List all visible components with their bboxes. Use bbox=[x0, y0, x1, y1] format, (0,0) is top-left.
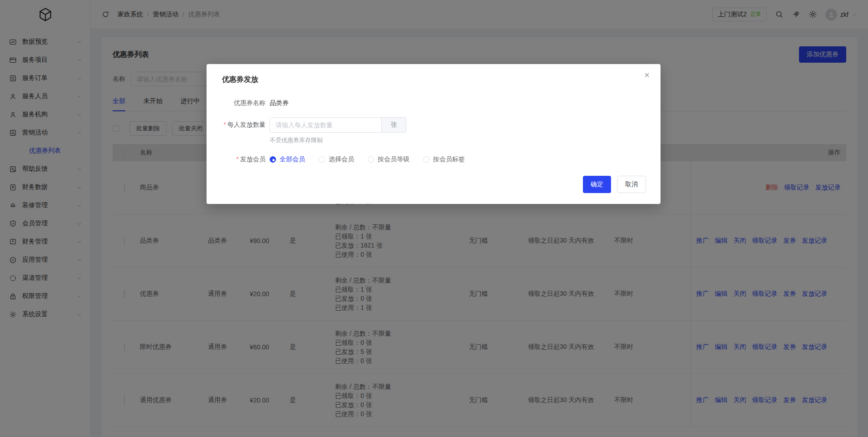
radio-label: 全部会员 bbox=[280, 155, 305, 164]
radio-label: 选择会员 bbox=[329, 155, 354, 164]
radio-all-members[interactable]: 全部会员 bbox=[270, 155, 305, 164]
dialog-title: 优惠券发放 bbox=[207, 64, 661, 84]
qty-help-text: 不受优惠券库存限制 bbox=[270, 136, 661, 144]
radio-select-members[interactable]: 选择会员 bbox=[319, 155, 354, 164]
radio-dot bbox=[270, 156, 276, 163]
radio-dot bbox=[423, 156, 429, 163]
qty-input-group: 张 bbox=[270, 117, 406, 133]
member-radio-group: 全部会员 选择会员 按会员等级 按会员标签 bbox=[270, 155, 465, 164]
radio-label: 按会员标签 bbox=[433, 155, 465, 164]
radio-by-member-tag[interactable]: 按会员标签 bbox=[423, 155, 465, 164]
member-row: *发放会员 全部会员 选择会员 按会员等级 按会员标签 bbox=[207, 155, 661, 164]
cancel-button[interactable]: 取消 bbox=[617, 176, 646, 193]
coupon-name-row: 优惠券名称 品类券 bbox=[207, 99, 661, 107]
required-asterisk: * bbox=[224, 121, 226, 128]
qty-label: *每人发放数量 bbox=[217, 121, 266, 129]
coupon-name-label: 优惠券名称 bbox=[217, 99, 266, 107]
close-icon[interactable]: × bbox=[641, 70, 652, 81]
coupon-issue-dialog: 优惠券发放 × 优惠券名称 品类券 *每人发放数量 张 不受优惠券库存限制 *发… bbox=[207, 64, 661, 204]
qty-unit-addon: 张 bbox=[381, 118, 406, 132]
dialog-footer: 确定 取消 bbox=[583, 176, 646, 193]
member-label: *发放会员 bbox=[217, 155, 266, 164]
required-asterisk: * bbox=[237, 155, 239, 163]
confirm-button[interactable]: 确定 bbox=[583, 176, 611, 193]
radio-dot bbox=[368, 156, 374, 163]
radio-label: 按会员等级 bbox=[378, 155, 409, 164]
qty-row: *每人发放数量 张 bbox=[207, 117, 661, 133]
radio-dot bbox=[319, 156, 325, 163]
coupon-name-value: 品类券 bbox=[270, 99, 289, 107]
qty-input[interactable] bbox=[270, 118, 381, 132]
radio-by-member-level[interactable]: 按会员等级 bbox=[368, 155, 409, 164]
